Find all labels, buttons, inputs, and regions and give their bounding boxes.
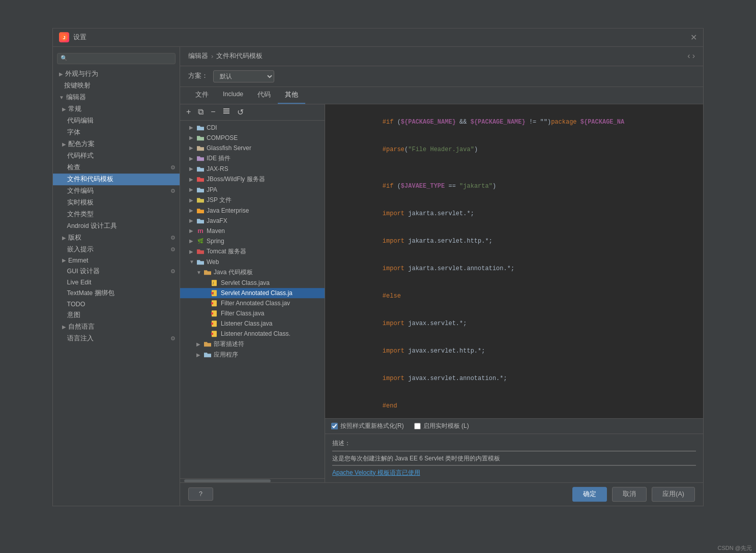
- scheme-select[interactable]: 默认: [213, 70, 274, 82]
- settings-icon: ⚙: [170, 235, 176, 241]
- tree-item-label: Web: [207, 258, 219, 266]
- chevron-icon: [62, 212, 65, 217]
- tree-item-label: Listener Class.java: [221, 320, 272, 327]
- tree-item-maven[interactable]: ▶ m Maven: [180, 226, 325, 236]
- sidebar-item-code-editing[interactable]: 代码编辑: [53, 115, 180, 127]
- sidebar-item-color-scheme[interactable]: ▶ 配色方案: [53, 138, 180, 150]
- tree-item-jpa[interactable]: ▶ JPA: [180, 185, 325, 195]
- tree-item-application[interactable]: ▶ 应用程序: [180, 350, 325, 360]
- tree-item-filter-annotated[interactable]: Filter Annotated Class.jav: [180, 298, 325, 308]
- sidebar-label: 外观与行为: [65, 70, 98, 78]
- tree-item-java-code[interactable]: ▼ Java 代码模板: [180, 267, 325, 278]
- tree-item-tomcat[interactable]: ▶ Tomcat 服务器: [180, 246, 325, 257]
- sidebar-item-file-types[interactable]: 文件类型: [53, 209, 180, 220]
- sidebar-item-appearance[interactable]: ▶ 外观与行为: [53, 68, 180, 80]
- sidebar: 🔍 ▶ 外观与行为 按键映射 ▼ 编辑器 ▶ 常规: [53, 47, 180, 506]
- search-input[interactable]: [70, 55, 172, 62]
- chevron-icon: [62, 247, 65, 252]
- reformat-checkbox[interactable]: [331, 423, 338, 429]
- ide-icon: [196, 154, 205, 162]
- reset-button[interactable]: ↺: [235, 106, 246, 118]
- tree-item-jboss[interactable]: ▶ JBoss/WildFly 服务器: [180, 174, 325, 185]
- tree-item-glassfish[interactable]: ▶ Glassfish Server: [180, 143, 325, 153]
- sidebar-item-lang-injection[interactable]: 语言注入 ⚙: [53, 333, 180, 344]
- sidebar-label: TODO: [67, 301, 85, 308]
- move-button[interactable]: [221, 106, 232, 118]
- code-line: import jakarta.servlet.annotation.*;: [331, 255, 697, 282]
- tree-item-servlet-class[interactable]: J Servlet Class.java: [180, 278, 325, 288]
- apply-button[interactable]: 应用(A): [652, 487, 695, 502]
- sidebar-item-todo[interactable]: TODO: [53, 299, 180, 309]
- tree-item-label: JPA: [207, 186, 217, 193]
- tree-item-spring[interactable]: ▶ 🌿 Spring: [180, 236, 325, 246]
- sidebar-item-emmet[interactable]: ▶ Emmet: [53, 255, 180, 266]
- code-editor[interactable]: #if (${PACKAGE_NAME} && ${PACKAGE_NAME} …: [325, 104, 703, 418]
- sidebar-item-intentions[interactable]: 意图: [53, 309, 180, 321]
- velocity-link[interactable]: Apache Velocity 模板语言已使用: [332, 469, 420, 476]
- tree-item-listener-class[interactable]: Listener Class.java: [180, 318, 325, 329]
- add-button[interactable]: +: [184, 106, 193, 118]
- sidebar-item-general[interactable]: ▶ 常规: [53, 103, 180, 115]
- help-button[interactable]: ?: [188, 487, 213, 501]
- tree-item-javaee[interactable]: ▶ Java Enterprise: [180, 206, 325, 216]
- ok-button[interactable]: 确定: [572, 487, 607, 502]
- tree-item-listener-annotated[interactable]: Listener Annotated Class.: [180, 329, 325, 339]
- chevron-icon: [62, 177, 65, 182]
- sidebar-item-file-encodings[interactable]: 文件编码 ⚙: [53, 185, 180, 197]
- sidebar-item-gui-designer[interactable]: GUI 设计器 ⚙: [53, 266, 180, 277]
- reformat-checkbox-label[interactable]: 按照样式重新格式化(R): [331, 422, 404, 430]
- expand-icon: [203, 331, 211, 336]
- folder-icon: [196, 124, 205, 132]
- tree-item-javafx[interactable]: ▶ JavaFX: [180, 216, 325, 226]
- sidebar-item-textmate[interactable]: TextMate 捆绑包: [53, 287, 180, 299]
- chevron-icon: [62, 130, 65, 135]
- tree-item-label: Maven: [207, 227, 225, 235]
- sidebar-item-live-templates[interactable]: 实时模板: [53, 197, 180, 209]
- tab-other[interactable]: 其他: [278, 87, 305, 104]
- sidebar-label: 实时模板: [67, 198, 94, 207]
- close-button[interactable]: ✕: [690, 33, 697, 42]
- expand-icon: ▶: [189, 238, 196, 244]
- tree-item-filter-class[interactable]: Filter Class.java: [180, 308, 325, 318]
- sidebar-item-live-edit[interactable]: Live Edit: [53, 277, 180, 287]
- cancel-button[interactable]: 取消: [612, 487, 647, 502]
- tree-item-label: Servlet Class.java: [221, 279, 270, 286]
- tree-item-compose[interactable]: ▶ COMPOSE: [180, 133, 325, 143]
- tree-item-deployment[interactable]: ▶ 部署描述符: [180, 339, 325, 350]
- forward-arrow[interactable]: ›: [692, 51, 695, 61]
- nav-arrows: ‹ ›: [687, 51, 695, 61]
- sidebar-item-natural-lang[interactable]: ▶ 自然语言: [53, 321, 180, 333]
- sidebar-item-inspections[interactable]: 检查 ⚙: [53, 162, 180, 173]
- tree-item-servlet-annotated[interactable]: J Servlet Annotated Class.ja: [180, 288, 325, 298]
- sidebar-item-android[interactable]: Android 设计工具: [53, 220, 180, 232]
- expand-icon: [203, 280, 211, 285]
- sidebar-label: GUI 设计器: [67, 267, 100, 276]
- web-icon: [196, 258, 205, 266]
- sidebar-item-editor[interactable]: ▼ 编辑器: [53, 92, 180, 103]
- tab-file[interactable]: 文件: [188, 87, 216, 104]
- sidebar-item-inlay-hints[interactable]: 嵌入提示 ⚙: [53, 244, 180, 255]
- live-template-checkbox[interactable]: [414, 423, 421, 429]
- svg-text:J: J: [212, 281, 214, 285]
- reformat-label: 按照样式重新格式化(R): [340, 422, 404, 430]
- sidebar-label: 意图: [67, 311, 80, 319]
- sidebar-item-font[interactable]: 字体: [53, 127, 180, 138]
- chevron-icon: ▶: [62, 141, 66, 147]
- tree-item-web[interactable]: ▼ Web: [180, 257, 325, 267]
- sidebar-item-copyright[interactable]: ▶ 版权 ⚙: [53, 232, 180, 244]
- tree-item-jsp[interactable]: ▶ JSP 文件: [180, 195, 325, 206]
- copy-button[interactable]: ⧉: [196, 106, 206, 118]
- remove-button[interactable]: −: [209, 106, 217, 118]
- expand-icon: [203, 290, 211, 296]
- back-arrow[interactable]: ‹: [687, 51, 690, 61]
- tree-item-ide[interactable]: ▶ IDE 插件: [180, 153, 325, 164]
- tree-item-cdi[interactable]: ▶ CDI: [180, 123, 325, 133]
- live-template-checkbox-label[interactable]: 启用实时模板 (L): [414, 422, 469, 430]
- sidebar-item-code-style[interactable]: 代码样式: [53, 150, 180, 162]
- expand-icon: ▶: [189, 228, 196, 234]
- sidebar-item-keymap[interactable]: 按键映射: [53, 80, 180, 92]
- tree-item-jaxrs[interactable]: ▶ JAX-RS: [180, 164, 325, 174]
- sidebar-item-file-templates[interactable]: 文件和代码模板: [53, 173, 180, 185]
- tab-code[interactable]: 代码: [250, 87, 278, 104]
- tab-include[interactable]: Include: [216, 87, 250, 104]
